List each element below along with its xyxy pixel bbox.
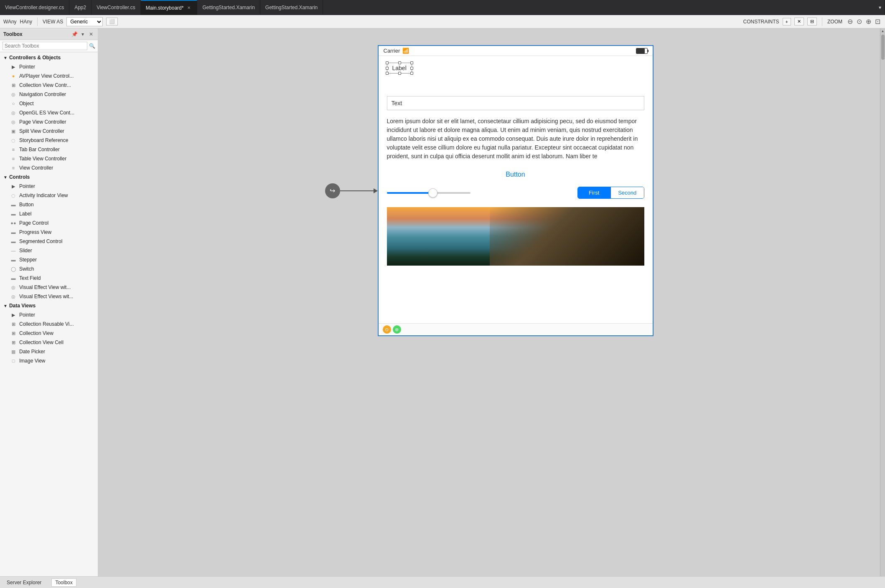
toolbox-item-navigation-ctrl[interactable]: ◎ Navigation Controller <box>0 90 98 99</box>
handle-bottom-middle[interactable] <box>398 72 401 75</box>
zoom-label: ZOOM <box>827 19 842 25</box>
bottom-tab-toolbox[interactable]: Toolbox <box>51 578 76 587</box>
toolbox-item-opengl[interactable]: ◎ OpenGL ES View Cont... <box>0 108 98 117</box>
toolbox-item-page-control[interactable]: ●● Page Control <box>0 218 98 228</box>
toolbox-group-data-views[interactable]: ▼Data Views <box>0 301 98 310</box>
toolbox-item-split-view-ctrl[interactable]: ▣ Split View Controller <box>0 127 98 136</box>
scene-icon-yellow[interactable]: ⊙ <box>383 325 391 334</box>
toolbox-item-collection-view[interactable]: ⊞ Collection View <box>0 329 98 338</box>
toolbox-icon-page-view-ctrl: ◎ <box>10 119 17 125</box>
toolbox-icon-progress-view: ▬ <box>10 229 17 236</box>
toolbox-item-collection-reusable[interactable]: ⊞ Collection Reusable Vi... <box>0 319 98 329</box>
toolbox-item-pointer-ctrl[interactable]: ▶ Pointer <box>0 62 98 71</box>
toolbox-item-object[interactable]: ○ Object <box>0 99 98 108</box>
toolbox-item-view-ctrl[interactable]: ≡ View Controller <box>0 163 98 172</box>
handle-top-left[interactable] <box>386 61 389 64</box>
seg-second-button[interactable]: Second <box>611 187 644 198</box>
toolbox-item-visual-effect-2[interactable]: ◎ Visual Effect Views wit... <box>0 292 98 301</box>
handle-bottom-left[interactable] <box>386 72 389 75</box>
toolbox-item-progress-view[interactable]: ▬ Progress View <box>0 228 98 237</box>
tab-app2[interactable]: App2 <box>69 0 92 15</box>
toolbox-label-split-view-ctrl: Split View Controller <box>19 128 64 134</box>
toolbox-dropdown-icon[interactable]: ▾ <box>79 31 86 37</box>
toolbox-item-table-view-ctrl[interactable]: ≡ Table View Controller <box>0 154 98 163</box>
handle-top-right[interactable] <box>410 61 413 64</box>
zoom-reset-icon[interactable]: ⊙ <box>855 18 863 25</box>
toolbox-title: Toolbox <box>3 31 69 37</box>
handle-top-middle[interactable] <box>398 61 401 64</box>
tab-getting-started-2[interactable]: GettingStarted.Xamarin <box>260 0 323 15</box>
toolbox-item-tab-bar-ctrl[interactable]: ≡ Tab Bar Controller <box>0 145 98 154</box>
view-as-select[interactable]: Generic iPhone 4s iPhone SE iPhone 8 <box>66 17 103 26</box>
canvas-area[interactable]: ↪ Carrier 📶 <box>98 28 880 576</box>
toolbox-group-controls[interactable]: ▼Controls <box>0 172 98 182</box>
tab-vc-cs[interactable]: ViewController.cs <box>92 0 140 15</box>
search-input[interactable] <box>3 42 87 50</box>
zoom-in-icon[interactable]: ⊕ <box>864 18 872 25</box>
ios-button-widget[interactable]: Button <box>387 171 644 178</box>
constraint-options-button[interactable]: ⊟ <box>807 18 817 25</box>
toolbox-label-button: Button <box>19 202 34 208</box>
add-constraint-button[interactable]: + <box>783 18 791 25</box>
slider-widget[interactable] <box>387 192 470 194</box>
toolbox-icon-text-field: ▬ <box>10 275 17 281</box>
tab-dropdown[interactable]: ▾ <box>875 0 885 15</box>
aspect-ratio-button[interactable]: ⬜ <box>106 18 118 25</box>
toolbox-icon-split-view-ctrl: ▣ <box>10 128 17 134</box>
battery-tip <box>648 50 648 52</box>
toolbox-icon-pointer-controls: ▶ <box>10 183 17 190</box>
tab-main-storyboard[interactable]: Main.storyboard* ✕ <box>141 0 198 15</box>
scene-icon-green[interactable]: ⊕ <box>393 325 401 334</box>
toolbox-group-controllers[interactable]: ▼Controllers & Objects <box>0 53 98 62</box>
toolbox-item-slider[interactable]: — Slider <box>0 246 98 255</box>
tab-getting-started-1[interactable]: GettingStarted.Xamarin <box>197 0 260 15</box>
toolbox-item-image-view[interactable]: □ Image View <box>0 356 98 365</box>
canvas-scrollbar-vertical[interactable]: ▲ <box>880 28 885 576</box>
text-field-widget[interactable] <box>387 96 644 110</box>
toolbox-item-page-view-ctrl[interactable]: ◎ Page View Controller <box>0 117 98 127</box>
toolbox-list: ▼Controllers & Objects ▶ Pointer ● AVPla… <box>0 52 98 576</box>
toolbox-icon-table-view-ctrl: ≡ <box>10 155 17 162</box>
toolbox-item-switch[interactable]: ◯ Switch <box>0 264 98 274</box>
toolbox-item-visual-effect-1[interactable]: ◎ Visual Effect View wit... <box>0 283 98 292</box>
toolbox-item-collection-view-cell[interactable]: ⊞ Collection View Cell <box>0 338 98 347</box>
toolbox-pin-icon[interactable]: 📌 <box>71 31 78 37</box>
toolbox-item-pointer-controls[interactable]: ▶ Pointer <box>0 182 98 191</box>
zoom-out-icon[interactable]: ⊖ <box>846 18 854 25</box>
toolbar-separator-1 <box>37 18 38 26</box>
tab-vc-designer[interactable]: ViewController.designer.cs <box>0 0 69 15</box>
label-widget-container: Label <box>387 63 412 86</box>
seg-first-button[interactable]: First <box>578 187 611 198</box>
toolbox-item-label[interactable]: ▬ Label <box>0 209 98 218</box>
handle-bottom-right[interactable] <box>410 72 413 75</box>
toolbox-item-segmented-ctrl[interactable]: ▬ Segmented Control <box>0 237 98 246</box>
toolbox-item-avplayer[interactable]: ● AVPlayer View Control... <box>0 71 98 81</box>
toolbox-icon-visual-effect-1: ◎ <box>10 284 17 291</box>
bottom-tab-server-explorer[interactable]: Server Explorer <box>3 579 45 586</box>
toolbox-item-activity-indicator[interactable]: ◌ Activity Indicator View <box>0 191 98 200</box>
toolbox-label-switch: Switch <box>19 266 34 272</box>
toolbox-label-pointer-ctrl: Pointer <box>19 64 35 70</box>
group-arrow-data-views: ▼ <box>3 304 8 308</box>
toolbox-item-button[interactable]: ▬ Button <box>0 200 98 209</box>
label-widget[interactable]: Label <box>387 63 412 74</box>
handle-middle-right[interactable] <box>410 67 413 70</box>
toolbox-item-text-field[interactable]: ▬ Text Field <box>0 274 98 283</box>
remove-constraint-button[interactable]: ✕ <box>794 18 804 25</box>
handle-middle-left[interactable] <box>386 67 389 70</box>
toolbox-item-stepper[interactable]: ▬ Stepper <box>0 255 98 264</box>
zoom-fit-icon[interactable]: ⊡ <box>873 18 882 25</box>
close-icon[interactable]: ✕ <box>186 5 192 11</box>
toolbox-label-collection-view-cell: Collection View Cell <box>19 340 64 345</box>
toolbox-item-date-picker[interactable]: ▦ Date Picker <box>0 347 98 356</box>
toolbox-item-collection-view-ctrl[interactable]: ⊞ Collection View Contr... <box>0 81 98 90</box>
scroll-thumb-vertical[interactable] <box>881 35 885 60</box>
h-any-label: HAny <box>20 19 32 25</box>
toolbox-close-icon[interactable]: ✕ <box>88 31 94 37</box>
slider-thumb[interactable] <box>428 188 437 198</box>
entry-point-icon: ↪ <box>325 183 340 198</box>
scroll-up-arrow[interactable]: ▲ <box>881 29 885 33</box>
toolbox-item-storyboard-ref[interactable]: ◌ Storyboard Reference <box>0 136 98 145</box>
toolbox-label-avplayer: AVPlayer View Control... <box>19 73 74 79</box>
toolbox-item-pointer-data[interactable]: ▶ Pointer <box>0 310 98 319</box>
